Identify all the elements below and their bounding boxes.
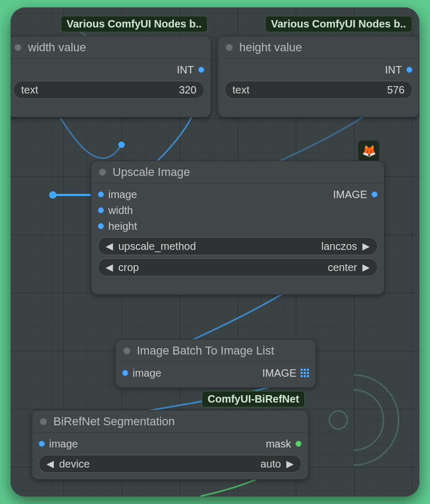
collapse-dot-icon[interactable]	[14, 44, 22, 51]
node-title: height value	[239, 41, 302, 54]
chevron-right-icon[interactable]: ▶	[286, 458, 294, 470]
collapse-dot-icon[interactable]	[40, 418, 47, 425]
node-width-value[interactable]: width value INT text 320	[11, 36, 211, 117]
field-text[interactable]: text 576	[225, 81, 413, 99]
collapse-dot-icon[interactable]	[226, 44, 233, 51]
collapse-dot-icon[interactable]	[99, 169, 106, 176]
output-label-mask: mask	[266, 438, 291, 450]
chevron-left-icon[interactable]: ◀	[46, 458, 54, 470]
output-port-mask[interactable]	[295, 441, 302, 447]
node-image-batch-to-list[interactable]: Image Batch To Image List image IMAGE	[115, 339, 316, 388]
field-label: device	[59, 458, 90, 470]
node-height-value[interactable]: height value INT text 576	[218, 36, 419, 117]
input-port-image[interactable]	[98, 191, 104, 198]
input-label-image: image	[108, 189, 137, 201]
output-port-int[interactable]	[198, 67, 204, 73]
field-value: center	[328, 262, 357, 274]
input-port-image[interactable]	[39, 441, 45, 447]
chevron-left-icon[interactable]: ◀	[106, 262, 113, 273]
node-title: Image Batch To Image List	[137, 344, 274, 358]
field-label: text	[21, 84, 38, 96]
input-port-image[interactable]	[122, 370, 128, 376]
field-label: upscale_method	[118, 240, 196, 253]
field-label: crop	[118, 262, 139, 274]
badge-various-1: Various ComfyUI Nodes b..	[61, 16, 208, 32]
chevron-left-icon[interactable]: ◀	[106, 240, 113, 252]
field-label: text	[232, 84, 249, 96]
fox-emoji: 🦊	[362, 144, 376, 158]
badge-various-2: Various ComfyUI Nodes b..	[265, 16, 412, 32]
fox-icon: 🦊	[358, 141, 379, 162]
canvas-frame: Various ComfyUI Nodes b.. Various ComfyU…	[11, 7, 419, 497]
node-title: Upscale Image	[113, 165, 190, 179]
field-upscale-method[interactable]: ◀ upscale_method lanczos ▶	[98, 237, 378, 255]
list-output-icon[interactable]	[301, 369, 309, 377]
input-port-width[interactable]	[98, 207, 104, 213]
node-upscale-image[interactable]: Upscale Image image IMAGE width	[91, 161, 385, 295]
output-label-image: IMAGE	[333, 189, 367, 201]
input-label-width: width	[108, 204, 133, 217]
badge-birefnet: ComfyUI-BiRefNet	[202, 391, 305, 407]
input-label-height: height	[108, 220, 137, 232]
node-header[interactable]: height value	[218, 36, 419, 59]
field-device[interactable]: ◀ device auto ▶	[39, 455, 302, 473]
field-value: auto	[260, 458, 281, 470]
node-header[interactable]: BiRefNet Segmentation	[32, 410, 308, 433]
node-title: BiRefNet Segmentation	[53, 415, 175, 428]
node-header[interactable]: Image Batch To Image List	[116, 340, 315, 362]
field-value[interactable]: 576	[387, 84, 405, 96]
output-port-int[interactable]	[406, 67, 413, 73]
input-port-height[interactable]	[98, 223, 104, 229]
input-label-image: image	[133, 367, 161, 379]
input-label-image: image	[49, 438, 78, 450]
node-birefnet-segmentation[interactable]: BiRefNet Segmentation image mask ◀ devic…	[32, 410, 309, 480]
field-value: lanczos	[321, 240, 357, 253]
output-label-image: IMAGE	[263, 367, 296, 379]
chevron-right-icon[interactable]: ▶	[362, 262, 370, 273]
node-title: width value	[28, 41, 86, 54]
output-port-image[interactable]	[371, 191, 378, 198]
collapse-dot-icon[interactable]	[123, 347, 130, 354]
field-text[interactable]: text 320	[13, 81, 204, 99]
field-crop[interactable]: ◀ crop center ▶	[98, 258, 378, 276]
chevron-right-icon[interactable]: ▶	[362, 240, 370, 252]
field-value[interactable]: 320	[179, 84, 197, 96]
node-header[interactable]: width value	[11, 36, 211, 59]
output-label-int: INT	[177, 64, 194, 76]
output-label-int: INT	[385, 64, 402, 76]
node-header[interactable]: Upscale Image	[91, 161, 384, 183]
